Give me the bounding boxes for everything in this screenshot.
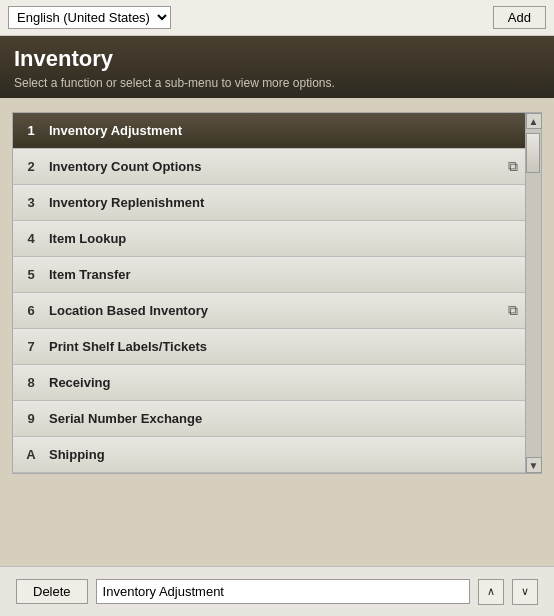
item-number: 6 — [13, 303, 49, 318]
item-number: 3 — [13, 195, 49, 210]
menu-list: 1Inventory Adjustment2Inventory Count Op… — [12, 112, 526, 474]
list-item[interactable]: 4Item Lookup — [13, 221, 525, 257]
scroll-track — [526, 129, 541, 457]
header: Inventory Select a function or select a … — [0, 36, 554, 98]
list-item[interactable]: 7Print Shelf Labels/Tickets — [13, 329, 525, 365]
list-item[interactable]: 9Serial Number Exchange — [13, 401, 525, 437]
item-label: Location Based Inventory — [49, 303, 501, 318]
item-number: 8 — [13, 375, 49, 390]
scroll-up-button[interactable]: ▲ — [526, 113, 542, 129]
top-bar: English (United States) Add — [0, 0, 554, 36]
selected-item-input[interactable] — [96, 579, 470, 604]
nav-down-button[interactable]: ∨ — [512, 579, 538, 605]
item-number: 5 — [13, 267, 49, 282]
submenu-icon: ⧉ — [501, 158, 525, 175]
item-label: Serial Number Exchange — [49, 411, 525, 426]
item-number: 7 — [13, 339, 49, 354]
language-select[interactable]: English (United States) — [8, 6, 171, 29]
list-item[interactable]: AShipping — [13, 437, 525, 473]
item-number: 9 — [13, 411, 49, 426]
item-label: Item Transfer — [49, 267, 525, 282]
item-label: Print Shelf Labels/Tickets — [49, 339, 525, 354]
item-label: Item Lookup — [49, 231, 525, 246]
item-label: Inventory Count Options — [49, 159, 501, 174]
add-button[interactable]: Add — [493, 6, 546, 29]
item-number: 4 — [13, 231, 49, 246]
item-number: A — [13, 447, 49, 462]
delete-button[interactable]: Delete — [16, 579, 88, 604]
item-number: 2 — [13, 159, 49, 174]
list-item[interactable]: 5Item Transfer — [13, 257, 525, 293]
item-label: Inventory Adjustment — [49, 123, 525, 138]
main-content: 1Inventory Adjustment2Inventory Count Op… — [0, 98, 554, 484]
scrollbar: ▲ ▼ — [526, 112, 542, 474]
scroll-down-button[interactable]: ▼ — [526, 457, 542, 473]
nav-up-button[interactable]: ∧ — [478, 579, 504, 605]
scroll-thumb[interactable] — [526, 133, 540, 173]
item-number: 1 — [13, 123, 49, 138]
header-subtitle: Select a function or select a sub-menu t… — [14, 76, 540, 90]
list-container: 1Inventory Adjustment2Inventory Count Op… — [12, 112, 542, 474]
submenu-icon: ⧉ — [501, 302, 525, 319]
bottom-bar: Delete ∧ ∨ — [0, 566, 554, 616]
list-item[interactable]: 6Location Based Inventory⧉ — [13, 293, 525, 329]
item-label: Inventory Replenishment — [49, 195, 525, 210]
list-item[interactable]: 2Inventory Count Options⧉ — [13, 149, 525, 185]
list-item[interactable]: 3Inventory Replenishment — [13, 185, 525, 221]
item-label: Shipping — [49, 447, 525, 462]
item-label: Receiving — [49, 375, 525, 390]
page-title: Inventory — [14, 46, 540, 72]
list-item[interactable]: 1Inventory Adjustment — [13, 113, 525, 149]
list-item[interactable]: 8Receiving — [13, 365, 525, 401]
